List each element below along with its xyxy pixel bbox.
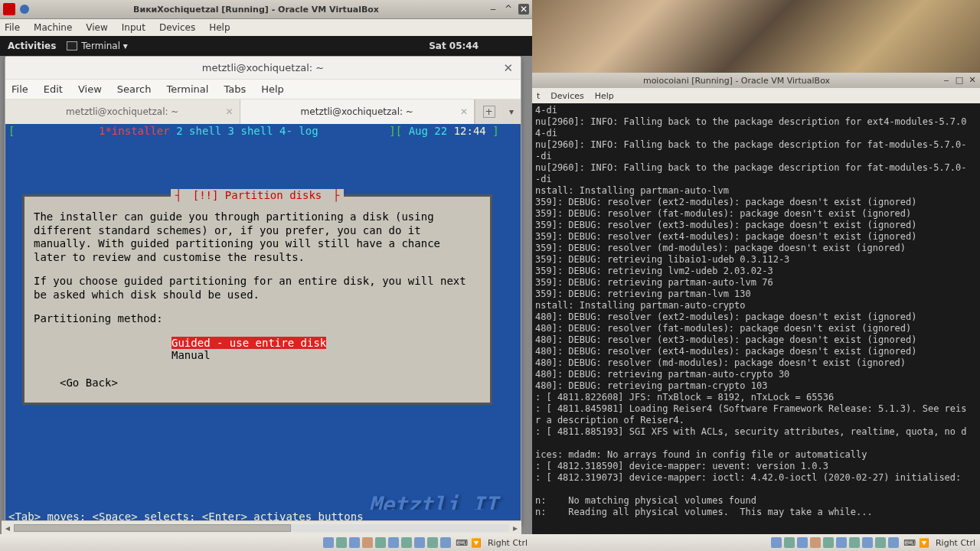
terminal-menubar: File Edit View Search Terminal Tabs Help (5, 80, 521, 99)
status-icon[interactable] (336, 537, 347, 548)
status-icon[interactable] (388, 537, 399, 548)
console-output[interactable]: 4-di nu[2960]: INFO: Falling back to the… (532, 103, 980, 534)
dialog-text-1: The installer can guide you through part… (34, 210, 481, 264)
status-icon[interactable] (875, 537, 886, 548)
tmenu-edit[interactable]: Edit (44, 83, 63, 95)
menu-help[interactable]: Help (209, 22, 230, 33)
terminal-app-indicator[interactable]: Terminal ▾ (67, 41, 128, 51)
status-icon[interactable] (849, 537, 860, 548)
maximize-button[interactable]: ^ (503, 4, 514, 15)
new-tab-button[interactable]: + (475, 99, 502, 124)
partition-dialog: ┤ [!!] Partition disks ├ The installer c… (22, 194, 492, 405)
tmenu-view[interactable]: View (78, 83, 102, 95)
virtualbox-icon (3, 3, 15, 15)
status-icon[interactable] (440, 537, 451, 548)
chevron-down-icon[interactable]: 🔽 (919, 538, 929, 548)
tmenu-terminal[interactable]: Terminal (166, 83, 208, 95)
tmux-statusline: [ 1*installer 2 shell 3 shell 4- log ][ … (5, 124, 521, 138)
minimize-button[interactable]: ‒ (942, 76, 951, 85)
status-icon[interactable] (349, 537, 360, 548)
terminal-tab-1[interactable]: metztli@xochiquetzal: ~ ✕ (5, 99, 240, 124)
vb2-title-text: moiocoiani [Running] - Oracle VM Virtual… (535, 76, 938, 86)
vm-running-icon (20, 5, 29, 14)
close-button[interactable]: ✕ (968, 76, 977, 85)
status-icon[interactable] (810, 537, 821, 548)
status-icon[interactable] (823, 537, 834, 548)
status-icon[interactable] (771, 537, 782, 548)
gnome-topbar: Activities Terminal ▾ Sat 05:44 (0, 36, 532, 56)
menu-input[interactable]: Input (122, 22, 145, 33)
vb1-statusbar: ⌨ 🔽 Right Ctrl (0, 534, 532, 551)
tab-close-icon[interactable]: ✕ (460, 106, 468, 117)
host-key-icon: ⌨ (456, 538, 468, 548)
horizontal-scrollbar[interactable]: ◂ ▸ (2, 520, 521, 534)
tab-close-icon[interactable]: ✕ (225, 106, 233, 117)
status-icon[interactable] (323, 537, 334, 548)
terminal-icon (67, 41, 77, 51)
status-icon[interactable] (888, 537, 899, 548)
menu-file[interactable]: File (5, 22, 20, 33)
maximize-button[interactable]: □ (955, 76, 964, 85)
status-icon[interactable] (414, 537, 425, 548)
go-back-button[interactable]: <Go Back> (60, 377, 481, 389)
menu-devices[interactable]: Devices (159, 22, 195, 33)
virtualbox-window-left: ВикиXochiquetzal [Running] - Oracle VM V… (0, 0, 532, 551)
scroll-left-button[interactable]: ◂ (2, 523, 14, 533)
tmenu-search[interactable]: Search (117, 83, 152, 95)
terminal-window: metztli@xochiquetzal: ~ ✕ File Edit View… (5, 56, 521, 524)
option-manual[interactable]: Manual (172, 349, 211, 361)
host-key-icon: ⌨ (903, 538, 916, 548)
host-key-label: Right Ctrl (488, 538, 528, 548)
close-button[interactable]: ✕ (518, 4, 529, 15)
terminal-tabbar: metztli@xochiquetzal: ~ ✕ metztli@xochiq… (5, 99, 521, 124)
scroll-thumb[interactable] (14, 524, 291, 532)
status-icon[interactable] (362, 537, 373, 548)
status-icon[interactable] (375, 537, 386, 548)
dialog-text-2: If you choose guided partitioning for an… (34, 275, 481, 302)
vb1-title-text: ВикиXochiquetzal [Running] - Oracle VM V… (29, 5, 483, 15)
status-icon[interactable] (797, 537, 808, 548)
terminal-content[interactable]: [ 1*installer 2 shell 3 shell 4- log ][ … (5, 124, 521, 523)
clock[interactable]: Sat 05:44 (429, 41, 479, 51)
tab-menu-button[interactable]: ▾ (502, 99, 521, 124)
status-icon[interactable] (862, 537, 873, 548)
menu-devices[interactable]: Devices (550, 91, 583, 101)
tmenu-tabs[interactable]: Tabs (224, 83, 246, 95)
vb2-menubar: t Devices Help (532, 88, 980, 103)
status-icon[interactable] (401, 537, 412, 548)
terminal-close-button[interactable]: ✕ (503, 61, 513, 75)
vb2-statusbar: ⌨ 🔽 Right Ctrl (532, 534, 980, 551)
terminal-titlebar[interactable]: metztli@xochiquetzal: ~ ✕ (5, 57, 521, 80)
terminal-tab-2[interactable]: metztli@xochiquetzal: ~ ✕ (240, 99, 475, 124)
chevron-down-icon[interactable]: 🔽 (471, 538, 482, 548)
vb1-titlebar[interactable]: ВикиXochiquetzal [Running] - Oracle VM V… (0, 0, 532, 19)
desktop-wallpaper (532, 0, 980, 77)
vb1-menubar: File Machine View Input Devices Help (0, 19, 532, 36)
option-guided-entire-disk[interactable]: Guided - use entire disk (172, 337, 326, 349)
scroll-right-button[interactable]: ▸ (509, 523, 521, 533)
terminal-title-text: metztli@xochiquetzal: ~ (202, 62, 325, 73)
menu-partial[interactable]: t (537, 91, 540, 101)
activities-button[interactable]: Activities (8, 41, 56, 51)
menu-help[interactable]: Help (595, 91, 614, 101)
status-icon[interactable] (427, 537, 438, 548)
dialog-title: ┤ [!!] Partition disks ├ (34, 189, 481, 201)
status-icon[interactable] (784, 537, 795, 548)
dialog-text-3: Partitioning method: (34, 312, 481, 326)
host-key-label: Right Ctrl (936, 538, 975, 548)
tmenu-help[interactable]: Help (261, 83, 284, 95)
menu-machine[interactable]: Machine (34, 22, 72, 33)
status-icon[interactable] (836, 537, 847, 548)
vb2-titlebar[interactable]: moiocoiani [Running] - Oracle VM Virtual… (532, 73, 980, 88)
menu-view[interactable]: View (86, 22, 107, 33)
virtualbox-window-right: moiocoiani [Running] - Oracle VM Virtual… (532, 73, 980, 551)
minimize-button[interactable]: ‒ (488, 4, 498, 15)
tmenu-file[interactable]: File (11, 83, 28, 95)
